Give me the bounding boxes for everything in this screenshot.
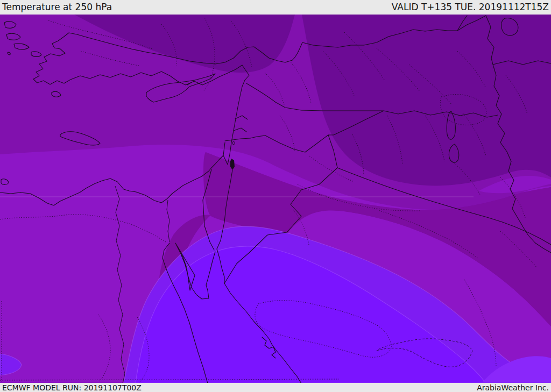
weather-map [0, 0, 551, 392]
weather-map-page: Temperature at 250 hPa VALID T+135 TUE. … [0, 0, 551, 392]
model-run-label: ECMWF MODEL RUN: 20191107T00Z [2, 384, 142, 391]
map-title: Temperature at 250 hPa [2, 3, 112, 12]
valid-time-label: VALID T+135 TUE. 20191112T15Z [392, 3, 549, 12]
map-title-bar: Temperature at 250 hPa VALID T+135 TUE. … [0, 0, 551, 15]
map-footer-bar: ECMWF MODEL RUN: 20191107T00Z ArabiaWeat… [0, 383, 551, 392]
credit-label: ArabiaWeather Inc. [477, 384, 549, 391]
